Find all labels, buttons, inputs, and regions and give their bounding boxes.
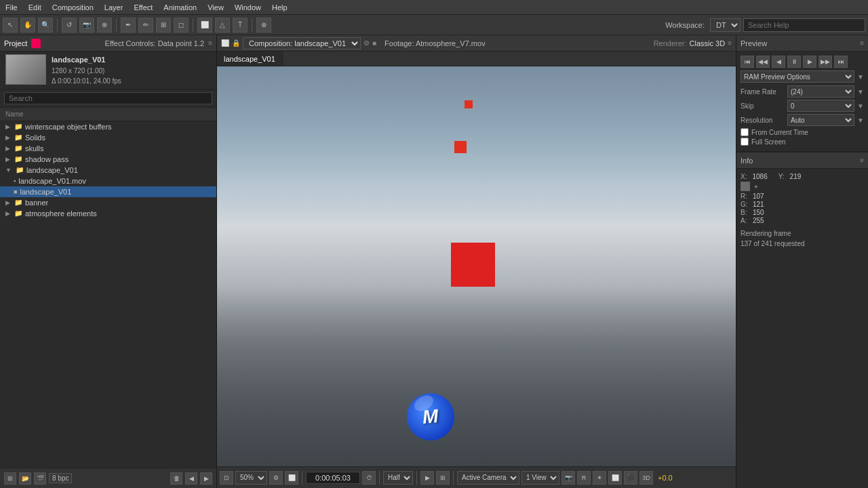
from-current-time-checkbox[interactable] xyxy=(741,128,749,136)
grid-btn[interactable]: ⊞ xyxy=(436,471,450,485)
fast-preview-btn[interactable]: ▶ xyxy=(420,471,434,485)
skip-back-btn[interactable]: ⏮ xyxy=(741,56,754,68)
list-item[interactable]: ▶ 📁 shadow pass xyxy=(0,154,216,165)
list-item[interactable]: ▶ 📁 winterscape object buffers xyxy=(0,121,216,132)
zoom-tool[interactable]: 🔍 xyxy=(38,18,53,33)
select-tool[interactable]: ↖ xyxy=(3,18,18,33)
x-value: 1086 xyxy=(752,173,767,180)
menu-view[interactable]: View xyxy=(202,2,229,13)
pen-tool[interactable]: ✒ xyxy=(121,18,136,33)
roi-btn[interactable]: ⬜ xyxy=(285,471,298,485)
effect-controls-tab[interactable]: Effect Controls: Data point 1.2 xyxy=(105,39,205,47)
new-item-btn[interactable]: ⊞ xyxy=(4,472,16,485)
center-panel: ⬜ 🔒 Composition: landscape_V01 ⚙ ■ Foota… xyxy=(217,35,736,488)
comp-panel-icon[interactable]: ⬜ xyxy=(221,39,229,47)
composition-select[interactable]: Composition: landscape_V01 xyxy=(243,37,361,49)
menu-window[interactable]: Window xyxy=(229,2,267,13)
menu-composition[interactable]: Composition xyxy=(47,2,99,13)
info-panel-menu[interactable]: ≡ xyxy=(860,157,864,164)
item-label: landscape_V01 xyxy=(26,166,78,174)
resolution-select[interactable]: Auto xyxy=(787,114,854,126)
shape-tool[interactable]: △ xyxy=(215,18,230,33)
info-panel-header: Info ≡ xyxy=(736,152,868,169)
clone-tool[interactable]: ⊞ xyxy=(156,18,171,33)
comp-panel-menu[interactable]: ≡ xyxy=(728,39,732,47)
show-channel-btn[interactable]: R xyxy=(577,471,591,485)
time-offset-display: +0.0 xyxy=(658,474,673,482)
rotate-tool[interactable]: ↺ xyxy=(62,18,77,33)
play-fwd-btn[interactable]: ▶ xyxy=(803,56,816,68)
comp-tab-bar: landscape_V01 xyxy=(217,52,736,66)
camera-select[interactable]: Active Camera xyxy=(457,471,519,485)
puppet-tool[interactable]: ⊗ xyxy=(256,18,271,33)
timecode-display[interactable]: 0:00:05:03 xyxy=(306,472,360,484)
step-back-btn[interactable]: ◀◀ xyxy=(756,56,770,68)
exposure-btn[interactable]: ☀ xyxy=(593,471,606,485)
file-icon: ▪ xyxy=(14,178,16,184)
comp-viewer-tab[interactable]: landscape_V01 xyxy=(217,52,283,66)
resolution-menu[interactable]: ▼ xyxy=(857,117,864,124)
mask-tool[interactable]: ⬜ xyxy=(197,18,212,33)
transparency-btn[interactable]: ⬜ xyxy=(608,471,622,485)
menu-layer[interactable]: Layer xyxy=(99,2,129,13)
skip-fwd-btn[interactable]: ⏭ xyxy=(834,56,848,68)
ram-options-menu[interactable]: ▼ xyxy=(857,73,864,81)
composition-viewer xyxy=(217,66,736,466)
preview-panel-menu[interactable]: ≡ xyxy=(860,39,864,47)
menu-effect[interactable]: Effect xyxy=(128,2,158,13)
viewer-settings-btn[interactable]: ⚙ xyxy=(269,471,283,485)
timecode-btn[interactable]: ⏱ xyxy=(362,471,376,485)
quality-select[interactable]: Half xyxy=(383,471,413,485)
full-screen-checkbox[interactable] xyxy=(741,138,749,146)
frame-rate-select[interactable]: (24) xyxy=(787,85,854,98)
composition-settings-btn[interactable]: 🎬 xyxy=(34,472,46,485)
delete-btn[interactable]: 🗑 xyxy=(170,472,182,485)
text-tool[interactable]: T xyxy=(233,18,248,33)
comp-color-icon[interactable]: ■ xyxy=(372,39,376,47)
views-select[interactable]: 1 View xyxy=(521,471,559,485)
camera-tool[interactable]: 📷 xyxy=(79,18,94,33)
eraser-tool[interactable]: ◻ xyxy=(174,18,189,33)
from-current-time-row: From Current Time xyxy=(741,128,864,136)
list-item[interactable]: ▶ 📁 skulls xyxy=(0,143,216,154)
step-fwd-btn[interactable]: ▶▶ xyxy=(818,56,832,68)
brush-tool[interactable]: ✏ xyxy=(138,18,153,33)
list-item[interactable]: ▶ 📁 atmosphere elements xyxy=(0,208,216,219)
search-help-input[interactable] xyxy=(743,18,865,32)
list-item[interactable]: ▶ 📁 banner xyxy=(0,197,216,208)
menu-animation[interactable]: Animation xyxy=(158,2,202,13)
open-folder-btn[interactable]: 📂 xyxy=(19,472,31,485)
skip-select[interactable]: 0 xyxy=(787,100,854,112)
hand-tool[interactable]: ✋ xyxy=(20,18,35,33)
menu-file[interactable]: File xyxy=(0,2,23,13)
nav-right-btn[interactable]: ▶ xyxy=(200,472,212,485)
workspace-select[interactable]: DT xyxy=(710,18,741,32)
pixel-aspect-btn[interactable]: ⬛ xyxy=(624,471,637,485)
play-stop-btn[interactable]: ⏸ xyxy=(787,56,801,68)
menu-edit[interactable]: Edit xyxy=(23,2,47,13)
list-item[interactable]: ▼ 📁 landscape_V01 xyxy=(0,165,216,176)
3d-view-btn[interactable]: 3D xyxy=(639,471,653,485)
project-search-input[interactable] xyxy=(4,92,212,104)
zoom-fit-btn[interactable]: ⊡ xyxy=(220,471,233,485)
zoom-select[interactable]: 50% xyxy=(235,471,267,485)
skip-menu[interactable]: ▼ xyxy=(857,102,864,110)
toolbar: ↖ ✋ 🔍 ↺ 📷 ⊕ ✒ ✏ ⊞ ◻ ⬜ △ T ⊗ Workspace: D… xyxy=(0,15,868,35)
comp-settings-icon[interactable]: ⚙ xyxy=(363,39,370,47)
nav-left-btn[interactable]: ◀ xyxy=(185,472,197,485)
list-item-selected[interactable]: ■ landscape_V01 xyxy=(0,186,216,197)
project-color-btn[interactable] xyxy=(31,39,41,48)
project-panel-menu[interactable]: ≡ xyxy=(208,39,212,47)
pan-tool[interactable]: ⊕ xyxy=(97,18,112,33)
frame-rate-menu[interactable]: ▼ xyxy=(857,88,864,96)
list-item[interactable]: ▪ landscape_V01.mov xyxy=(0,176,216,186)
list-item[interactable]: ▶ 📁 Solids xyxy=(0,132,216,143)
comp-lock-icon[interactable]: 🔒 xyxy=(232,39,240,47)
ram-options-select[interactable]: RAM Preview Options xyxy=(741,70,854,83)
info-content: X: 1086 Y: 219 + R: 107 xyxy=(736,169,868,253)
play-back-btn[interactable]: ◀ xyxy=(772,56,785,68)
project-tab[interactable]: Project xyxy=(4,39,27,47)
preview-title: Preview xyxy=(741,39,767,47)
snapshot-btn[interactable]: 📷 xyxy=(561,471,575,485)
menu-help[interactable]: Help xyxy=(267,2,293,13)
